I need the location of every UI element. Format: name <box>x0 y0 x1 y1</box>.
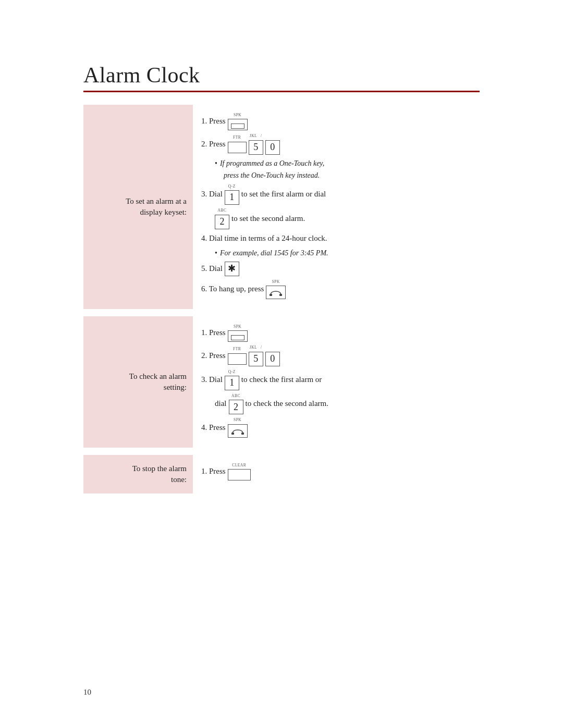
key-0: 0 <box>265 133 280 154</box>
clear-key: CLEAR <box>228 462 251 480</box>
key-2: ABC 2 <box>215 207 229 229</box>
step-5: 5. Dial ✱ <box>201 262 471 276</box>
section-set-alarm: To set an alarm at a display keyset: 1. … <box>83 105 480 309</box>
spk-key-2: SPK <box>228 324 248 342</box>
ftr-key: FTR <box>228 134 247 153</box>
stop-alarm-instructions: 1. Press CLEAR <box>193 455 480 493</box>
bullet-example: For example, dial 1545 for 3:45 PM. <box>215 247 471 259</box>
stop-alarm-label: To stop the alarm tone: <box>83 455 193 493</box>
check-step-4: 4. Press SPK <box>201 417 471 437</box>
bullet-one-touch: If programmed as a One-Touch key, press … <box>215 157 471 181</box>
set-alarm-label: To set an alarm at a display keyset: <box>83 105 193 309</box>
stop-step-1: 1. Press CLEAR <box>201 462 471 480</box>
spk-key: SPK <box>228 112 248 130</box>
check-step-3: 3. Dial Q-Z 1 to check the first alarm o… <box>201 369 471 390</box>
key-5: JKL / 5 <box>249 133 263 154</box>
key-1: Q-Z 1 <box>225 183 239 205</box>
hangup-icon-2 <box>231 427 244 435</box>
check-alarm-label: To check an alarm setting: <box>83 316 193 448</box>
title-divider <box>83 91 480 92</box>
section-check-alarm: To check an alarm setting: 1. Press SPK <box>83 316 480 448</box>
set-alarm-instructions: 1. Press SPK 2. Press FTR <box>193 105 480 309</box>
key-5-2: JKL / 5 <box>249 344 263 366</box>
check-step-1: 1. Press SPK <box>201 324 471 342</box>
check-step-2: 2. Press FTR JKL / 5 0 <box>201 344 471 366</box>
key-star: ✱ <box>225 262 239 276</box>
svg-rect-0 <box>270 294 272 296</box>
step-3: 3. Dial Q-Z 1 to set the first alarm or … <box>201 183 471 205</box>
page-number: 10 <box>83 688 91 697</box>
ftr-key-2: FTR <box>228 346 247 364</box>
hangup-key: SPK <box>266 279 286 299</box>
page: Alarm Clock To set an alarm at a display… <box>0 0 563 535</box>
step-3-cont: ABC 2 to set the second alarm. <box>215 207 471 229</box>
hangup-icon <box>269 288 283 297</box>
check-alarm-instructions: 1. Press SPK 2. Press FTR <box>193 316 480 448</box>
svg-rect-1 <box>279 294 282 296</box>
section-stop-alarm: To stop the alarm tone: 1. Press CLEAR <box>83 455 480 493</box>
step-4: 4. Dial time in terms of a 24-hour clock… <box>201 232 471 245</box>
step-6: 6. To hang up, press SPK <box>201 279 471 299</box>
page-title: Alarm Clock <box>83 63 480 88</box>
hangup-key-2: SPK <box>228 417 248 437</box>
svg-rect-2 <box>231 433 234 435</box>
check-step-3-cont: dial ABC 2 to check the second alarm. <box>215 393 471 414</box>
step-2: 2. Press FTR JKL / 5 0 <box>201 133 471 154</box>
key-0-2: 0 <box>265 344 280 366</box>
step-1: 1. Press SPK <box>201 112 471 130</box>
content-area: To set an alarm at a display keyset: 1. … <box>83 105 480 493</box>
key-1-2: Q-Z 1 <box>225 369 239 390</box>
svg-rect-3 <box>241 433 244 435</box>
key-2-2: ABC 2 <box>229 393 243 414</box>
